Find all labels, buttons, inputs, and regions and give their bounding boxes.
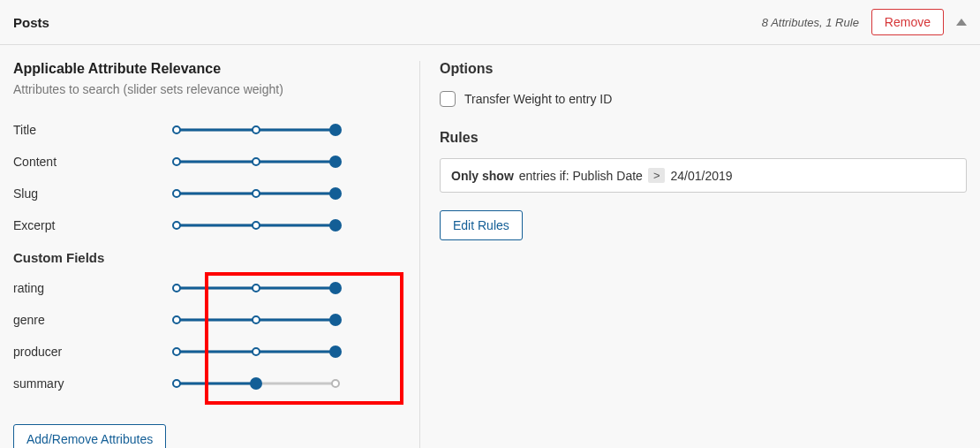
custom-field-genre-slider-handle[interactable] [329,314,342,326]
attribute-slug-slider-handle[interactable] [329,187,342,200]
custom-field-summary-slider-handle[interactable] [250,377,262,390]
attribute-content-slider[interactable] [172,153,340,171]
attribute-title-label: Title [13,123,172,137]
attributes-panel: Applicable Attribute Relevance Attribute… [13,61,419,448]
attribute-title-slider-stop [172,125,181,134]
panel-divider [419,61,420,448]
custom-field-rating-slider-stop [172,284,181,292]
custom-field-genre-slider[interactable] [172,311,340,329]
attribute-slug-slider[interactable] [172,185,340,202]
custom-field-genre-label: genre [13,313,172,327]
custom-field-producer-slider-handle[interactable] [329,345,342,358]
attribute-title-slider-handle[interactable] [329,124,342,136]
transfer-weight-label: Transfer Weight to entry ID [464,92,612,106]
custom-field-producer-row: producer [13,336,402,368]
options-title: Options [440,61,967,77]
attribute-slug-row: Slug [13,178,402,209]
attribute-content-row: Content [13,146,402,178]
custom-field-summary-row: summary [13,368,402,399]
attribute-title-slider-stop [252,125,260,134]
attribute-content-slider-stop [172,157,181,166]
attribute-excerpt-slider-stop [252,221,260,230]
rule-prefix: Only show [451,169,514,183]
attribute-excerpt-label: Excerpt [13,218,172,232]
custom-field-rating-slider-stop [252,284,260,292]
custom-field-producer-slider-stop [252,347,260,356]
attribute-title-slider[interactable] [172,121,340,139]
attribute-title-row: Title [13,114,402,146]
custom-field-producer-slider[interactable] [172,343,340,361]
attribute-content-label: Content [13,155,172,169]
custom-field-producer-slider-stop [172,347,181,356]
attribute-slug-label: Slug [13,186,172,201]
attribute-content-slider-handle[interactable] [329,156,342,168]
add-remove-attributes-button[interactable]: Add/Remove Attributes [13,424,166,448]
custom-field-rating-slider-handle[interactable] [329,282,342,294]
attribute-excerpt-row: Excerpt [13,209,402,241]
remove-button[interactable]: Remove [871,9,944,35]
custom-field-genre-slider-stop [172,315,181,324]
attribute-excerpt-slider-stop [172,221,181,230]
custom-field-summary-slider[interactable] [172,375,340,392]
attribute-excerpt-slider-handle[interactable] [329,219,342,232]
custom-field-summary-slider-stop [172,379,181,388]
header: Posts 8 Attributes, 1 Rule Remove [0,0,980,45]
rule-date: 24/01/2019 [670,169,732,183]
attribute-slug-slider-stop [172,189,181,198]
custom-field-rating-row: rating [13,272,402,304]
options-panel: Options Transfer Weight to entry ID Rule… [440,61,967,448]
transfer-weight-row: Transfer Weight to entry ID [440,91,967,107]
custom-field-summary-slider-stop [331,379,340,388]
transfer-weight-checkbox[interactable] [440,91,456,107]
edit-rules-button[interactable]: Edit Rules [440,210,523,240]
rules-title: Rules [440,130,967,146]
attributes-section-subtitle: Attributes to search (slider sets releva… [13,82,402,96]
custom-field-genre-row: genre [13,304,402,336]
attribute-excerpt-slider[interactable] [172,216,340,234]
custom-field-producer-label: producer [13,345,172,359]
header-meta: 8 Attributes, 1 Rule [762,16,859,29]
attribute-slug-slider-stop [252,189,260,198]
attribute-content-slider-stop [252,157,260,166]
custom-field-summary-label: summary [13,376,172,391]
page-title: Posts [13,15,49,30]
custom-fields-title: Custom Fields [13,250,402,265]
collapse-caret-icon[interactable] [956,19,967,26]
attributes-section-title: Applicable Attribute Relevance [13,61,402,77]
rule-item[interactable]: Only show entries if: Publish Date > 24/… [440,158,967,193]
rule-mid: entries if: Publish Date [519,169,643,183]
custom-field-rating-label: rating [13,281,172,295]
custom-field-genre-slider-stop [252,315,260,324]
custom-field-rating-slider[interactable] [172,279,340,297]
rule-operator-chip: > [648,168,666,183]
